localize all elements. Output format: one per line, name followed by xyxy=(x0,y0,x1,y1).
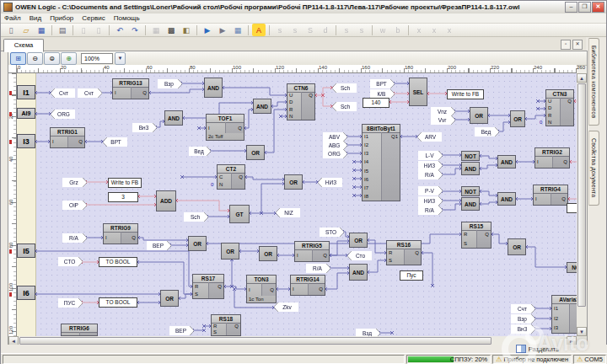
flag-R/A[interactable]: R/A xyxy=(306,264,329,273)
flag-ВЕР[interactable]: ВЕР xyxy=(169,326,192,335)
flag-ВРТ[interactable]: ВРТ xyxy=(370,79,393,88)
flag-ORG[interactable]: ORG xyxy=(323,149,346,158)
gate-or-18[interactable]: OR xyxy=(508,238,526,255)
zoom-in-icon[interactable]: ⊕ xyxy=(61,52,77,65)
tab-schema[interactable]: Схема xyxy=(3,39,44,52)
flag-Zkv[interactable]: Zkv xyxy=(274,302,297,312)
redo-icon[interactable]: ↷ xyxy=(128,24,142,36)
flag-Sch[interactable]: Sch xyxy=(184,212,207,222)
value-box-TO-BOOL[interactable]: TO BOOL xyxy=(99,297,137,308)
gate-and-2[interactable]: AND xyxy=(164,110,183,126)
flag-Сто[interactable]: Сто xyxy=(347,251,370,260)
minimize-button[interactable]: – xyxy=(565,2,577,13)
flag-STO[interactable]: STO xyxy=(320,228,342,237)
gate-and-11[interactable]: AND xyxy=(461,197,480,211)
menu-Сервис[interactable]: Сервис xyxy=(82,14,105,22)
fb-RS15[interactable]: RS15RSQ xyxy=(461,222,492,249)
input-I5[interactable]: I5 xyxy=(17,244,35,258)
flag-Вед[interactable]: Вед xyxy=(189,147,209,156)
fb-CTN3[interactable]: CTN3UDRNQ xyxy=(545,89,574,126)
gate-add-13[interactable]: ADD xyxy=(156,190,176,211)
menu-Файл[interactable]: Файл xyxy=(4,14,21,22)
value-box-empty[interactable] xyxy=(567,203,577,213)
fb-RTRIG5[interactable]: RTRIG5IQ xyxy=(294,241,330,262)
gate-and-0[interactable]: AND xyxy=(204,78,223,98)
fb-RTRIG13[interactable]: RTRIG13IQ xyxy=(112,78,149,99)
fb-8BitToByt1[interactable]: 8BitToByt1I1I2I3I4I5I6I7I8Q1 xyxy=(362,124,400,201)
write-to-device-icon[interactable]: ▶ xyxy=(216,24,229,36)
value-box-TO-BOOL[interactable]: TO BOOL xyxy=(99,257,137,267)
value-box-Пус[interactable]: Пус xyxy=(400,270,423,281)
flag-Счт[interactable]: Счт xyxy=(511,304,534,313)
gate-and-8[interactable]: AND xyxy=(461,162,480,175)
flag-ORG[interactable]: ORG xyxy=(51,110,73,119)
fb-CT2[interactable]: CT2CNQ xyxy=(217,164,245,190)
diagram-canvas[interactable]: I1AI9I3I5I6RTRIG13IQRTRIG1IQTOF1IQ2c Tof… xyxy=(17,73,577,336)
zoom-level[interactable]: 100% xyxy=(81,53,113,64)
gate-or-19[interactable]: OR xyxy=(221,243,239,260)
gate-or-17[interactable]: OR xyxy=(349,233,368,248)
flag-Sch[interactable]: Sch xyxy=(332,102,355,111)
input-I3[interactable]: I3 xyxy=(17,134,35,148)
flag-Вн3[interactable]: Вн3 xyxy=(511,324,534,334)
flag-ВЕР[interactable]: ВЕР xyxy=(147,241,169,250)
grid-toggle-icon[interactable]: ⊞ xyxy=(10,52,26,65)
gate-or-21[interactable]: OR xyxy=(160,290,179,307)
fb-RTRIG4[interactable]: RTRIG4IQ xyxy=(533,185,568,206)
gate-and-12[interactable]: AND xyxy=(497,192,516,206)
flag-Взр[interactable]: Взр xyxy=(511,314,534,324)
fb-RTRIG2[interactable]: RTRIG2IQ xyxy=(534,147,570,169)
flag-Счт[interactable]: Счт xyxy=(78,88,100,98)
flag-ВРТ[interactable]: ВРТ xyxy=(103,137,126,147)
flag-OiP[interactable]: OiP xyxy=(62,201,85,210)
flag-Sch[interactable]: Sch xyxy=(332,83,355,93)
flag-Vvr[interactable]: Vvr xyxy=(431,115,454,125)
gate-not-23[interactable]: NOT xyxy=(567,262,577,273)
flag-L-V[interactable]: L-V xyxy=(418,151,441,160)
zoom-reset-icon[interactable]: ⊜ xyxy=(44,52,60,65)
menu-Вид[interactable]: Вид xyxy=(30,14,41,22)
flag-Взд[interactable]: Взд xyxy=(356,329,379,336)
fb-RTRIG14[interactable]: RTRIG14IQ xyxy=(290,275,325,296)
restore-button[interactable]: ❐ xyxy=(578,2,591,13)
save-file-icon[interactable]: ▦ xyxy=(35,24,48,36)
value-box-Write-to-FB[interactable]: Write to FB xyxy=(108,178,142,188)
flag-NIZ[interactable]: NIZ xyxy=(276,208,298,217)
flag-R/A[interactable]: R/A xyxy=(418,170,441,179)
fb-AVaria3[interactable]: AVaria3I1I2I3Q xyxy=(551,295,577,334)
input-AI9[interactable]: AI9 xyxy=(17,108,35,119)
vertical-scrollbar[interactable]: ▲ ▼ xyxy=(577,73,587,336)
fb-TON3[interactable]: TON3IQ1c Ton xyxy=(246,275,277,303)
gate-and-22[interactable]: AND xyxy=(349,264,368,281)
gate-or-20[interactable]: OR xyxy=(259,246,277,261)
fb-TOF1[interactable]: TOF1IQ2c Toff xyxy=(206,114,244,141)
flag-НИЗ[interactable]: НИЗ xyxy=(418,196,441,206)
undo-icon[interactable]: ↶ xyxy=(113,24,126,36)
zoom-out-icon[interactable]: ⊖ xyxy=(27,52,43,65)
menu-Прибор[interactable]: Прибор xyxy=(50,14,73,22)
fb-CTN6[interactable]: CTN6UDRNQ xyxy=(287,83,315,120)
gate-sel-4[interactable]: SEL xyxy=(409,78,427,106)
flag-P-V[interactable]: P-V xyxy=(418,186,441,195)
menu-Помощь[interactable]: Помощь xyxy=(114,14,140,22)
new-document-icon[interactable]: ▯ xyxy=(4,24,18,36)
text-tool-icon[interactable]: A xyxy=(252,24,266,36)
flag-Счт[interactable]: Счт xyxy=(51,88,73,98)
fb-RS17[interactable]: RS17RSQ xyxy=(192,274,224,299)
flag-НИЗ[interactable]: НИЗ xyxy=(318,178,341,187)
flag-Вн3[interactable]: Вн3 xyxy=(132,123,155,132)
flag-R/A[interactable]: R/A xyxy=(62,233,85,243)
gate-or-16[interactable]: OR xyxy=(188,236,207,251)
fb-RS18[interactable]: RS18RSQ xyxy=(211,314,241,336)
value-box-140[interactable]: 140 xyxy=(363,98,389,108)
fb-RTRIG9[interactable]: RTRIG9IQ xyxy=(103,223,138,244)
device-memory-icon[interactable]: ▩ xyxy=(164,24,178,36)
gate-and-9[interactable]: AND xyxy=(497,155,516,169)
print-icon[interactable]: ▤ xyxy=(56,24,69,36)
value-box-3[interactable]: 3 xyxy=(108,192,138,202)
open-file-icon[interactable]: ▱ xyxy=(19,24,33,36)
close-panel-icon[interactable]: ✕ xyxy=(572,40,583,50)
side-tab-properties[interactable]: Свойства документа xyxy=(588,131,599,205)
flag-ПУС[interactable]: ПУС xyxy=(58,298,81,308)
flag-CTO[interactable]: CTO xyxy=(58,257,81,266)
